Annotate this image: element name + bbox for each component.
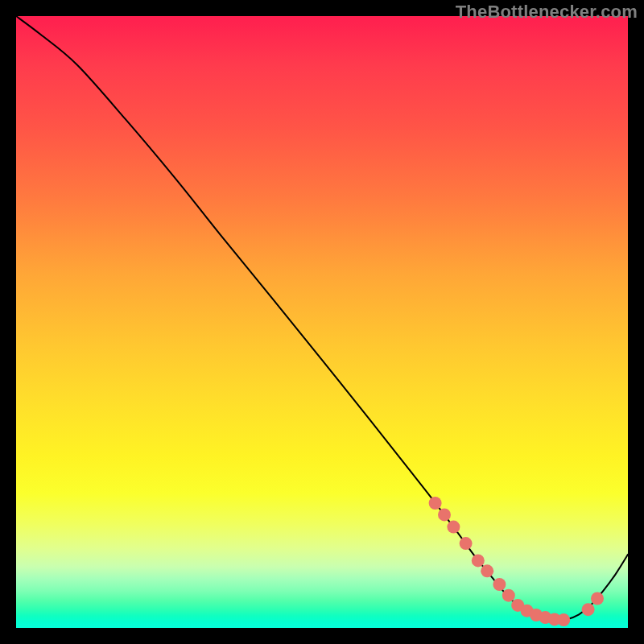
- data-point: [438, 508, 451, 521]
- data-point: [557, 613, 570, 626]
- data-point: [429, 497, 442, 510]
- curve-layer: [16, 16, 628, 620]
- data-point: [460, 537, 473, 550]
- chart-svg: [0, 0, 644, 644]
- data-point: [447, 521, 460, 534]
- data-point: [493, 578, 506, 591]
- data-point: [502, 589, 515, 602]
- data-point: [472, 554, 485, 567]
- bottleneck-curve: [16, 16, 628, 620]
- data-point: [481, 564, 493, 577]
- chart-frame: TheBottlenecker.com: [0, 0, 644, 644]
- data-point: [591, 592, 604, 605]
- data-points-layer: [429, 497, 604, 626]
- watermark-text: TheBottlenecker.com: [456, 2, 638, 23]
- data-point: [582, 603, 595, 616]
